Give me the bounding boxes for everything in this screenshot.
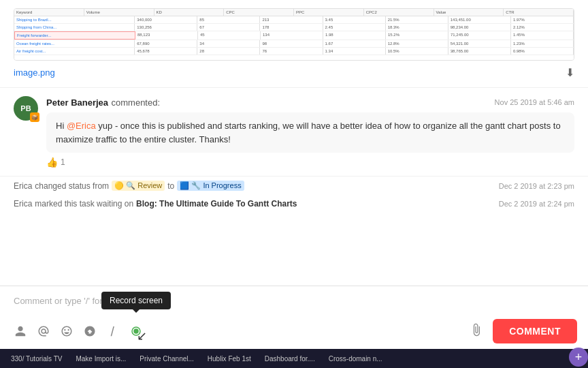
slash-icon[interactable] [103, 322, 122, 341]
floating-plus-button[interactable]: + [569, 348, 588, 367]
download-icon[interactable]: ⬇ [566, 66, 574, 79]
main-container: KeywordVolumeKDCPCPPCCPC2ValueCTR Shippi… [0, 0, 588, 368]
comment-placeholder: Comment or type '/' for commands [14, 293, 574, 309]
status-time-2: Dec 2 2019 at 2:24 pm [499, 200, 574, 208]
to-status-badge: 🟦 🔧 In Progress [177, 181, 244, 191]
task-link[interactable]: Blog: The Ultimate Guide To Gantt Charts [136, 199, 297, 209]
emoji2-icon[interactable] [80, 322, 99, 341]
status-change-2-text: Erica marked this task waiting on Blog: … [14, 199, 297, 209]
comment-body: yup - once this is published and starts … [56, 121, 561, 144]
status-time-1: Dec 2 2019 at 2:23 pm [499, 182, 574, 190]
status-change-2: Erica marked this task waiting on Blog: … [0, 195, 588, 213]
avatar-initials: PB [20, 104, 31, 112]
comment-section: PB 📦 Peter Banerjea commented: Nov 25 20… [0, 88, 588, 177]
comment-input-area: Comment or type '/' for commands [0, 286, 588, 349]
taskbar-item-0[interactable]: 330/ Tutorials TV [5, 354, 67, 364]
status-change-1-text: Erica changed status from 🟡 🔍 Review to … [14, 181, 244, 191]
comment-input-wrapper[interactable]: Comment or type '/' for commands [0, 286, 588, 316]
comment-bubble: Hi @Erica yup - once this is published a… [46, 112, 574, 153]
from-status-badge: 🟡 🔍 Review [112, 181, 165, 191]
mention-erica[interactable]: @Erica [67, 121, 96, 131]
taskbar-item-1[interactable]: Make Import is... [70, 354, 131, 364]
taskbar-item-5[interactable]: Cross-domain n... [323, 354, 388, 364]
taskbar-item-3[interactable]: Hublix Feb 1st [202, 354, 257, 364]
image-preview: KeywordVolumeKDCPCPPCCPC2ValueCTR Shippi… [14, 8, 574, 61]
commenter-name: Peter Banerjea [46, 97, 108, 108]
actor-1: Erica [14, 181, 32, 191]
like-count: 1 [61, 157, 65, 167]
comment-header: Peter Banerjea commented: Nov 25 2019 at… [46, 96, 574, 108]
commented-text: commented: [112, 97, 161, 108]
person-icon[interactable] [11, 322, 30, 341]
like-section: 👍 1 [46, 157, 574, 168]
record-screen-tooltip: Record screen [101, 292, 171, 309]
image-filename-row: image.png ⬇ [14, 66, 574, 79]
actor-2: Erica [14, 199, 32, 209]
status-change-1: Erica changed status from 🟡 🔍 Review to … [0, 177, 588, 195]
attach-icon[interactable] [470, 323, 483, 340]
comment-content: Peter Banerjea commented: Nov 25 2019 at… [46, 96, 574, 168]
bottom-taskbar: 330/ Tutorials TV Make Import is... Priv… [0, 349, 588, 368]
image-section: KeywordVolumeKDCPCPPCCPC2ValueCTR Shippi… [0, 0, 588, 88]
avatar: PB 📦 [14, 96, 38, 121]
comment-toolbar: Record screen ↙ COMMENT [0, 316, 588, 349]
spreadsheet-preview: KeywordVolumeKDCPCPPCCPC2ValueCTR Shippi… [14, 9, 574, 60]
at-icon[interactable] [34, 322, 53, 341]
comment-button[interactable]: COMMENT [493, 319, 577, 343]
record-screen-button[interactable]: Record screen ↙ [127, 322, 146, 341]
taskbar-item-4[interactable]: Dashboard for.... [259, 354, 321, 364]
comment-timestamp: Nov 25 2019 at 5:46 am [495, 98, 574, 106]
emoji-icon[interactable] [57, 322, 76, 341]
comment-meta: Peter Banerjea commented: [46, 96, 160, 108]
like-button[interactable]: 👍 [46, 157, 58, 168]
image-filename-text[interactable]: image.png [14, 67, 55, 78]
taskbar-item-2[interactable]: Private Channel... [134, 354, 199, 364]
avatar-badge: 📦 [30, 112, 39, 122]
